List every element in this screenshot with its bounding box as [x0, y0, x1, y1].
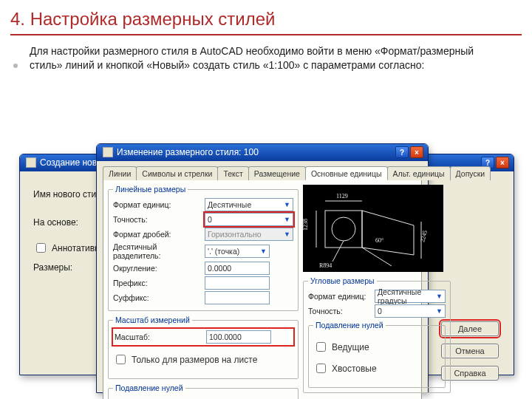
- paper-only-label: Только для размеров на листе: [132, 355, 257, 365]
- new-style-title: Создание ново: [40, 157, 102, 168]
- round-label: Округление:: [113, 264, 200, 273]
- ang-precision-combo[interactable]: 0 ▼: [375, 304, 446, 318]
- modify-style-titlebar[interactable]: Изменение размерного стиля: 100 ? ×: [97, 144, 428, 161]
- scale-legend: Масштаб измерений: [113, 316, 192, 324]
- linear-dims-group: Линейные размеры Формат единиц: Десятичн…: [108, 185, 299, 311]
- ang-format-combo[interactable]: Десятичные градусы ▼: [375, 290, 446, 303]
- suffix-label: Суффикс:: [113, 293, 200, 302]
- unit-format-value: Десятичные: [208, 200, 251, 209]
- close-icon[interactable]: ×: [410, 146, 423, 158]
- tab-symbols[interactable]: Символы и стрелки: [136, 166, 218, 180]
- zero-suppress-legend: Подавление нулей: [113, 383, 185, 392]
- ang-precision-value: 0: [378, 307, 382, 316]
- angular-group: Угловые размеры Формат единиц: Десятичны…: [303, 276, 451, 393]
- unit-format-label: Формат единиц:: [113, 200, 200, 209]
- scale-group: Масштаб измерений Масштаб: 100.0000 Толь…: [108, 316, 299, 379]
- tab-text[interactable]: Текст: [217, 166, 248, 180]
- svg-line-5: [362, 248, 392, 266]
- app-icon: [26, 157, 36, 168]
- unit-format-combo[interactable]: Десятичные ▼: [205, 198, 293, 211]
- chevron-down-icon: ▼: [284, 216, 290, 223]
- round-input[interactable]: 0.0000: [205, 262, 270, 275]
- ang-zero-legend: Подавление нулей: [313, 321, 386, 330]
- scale-input[interactable]: 100.0000: [206, 330, 271, 344]
- chevron-down-icon: ▼: [436, 307, 443, 315]
- svg-rect-0: [325, 211, 362, 248]
- ang-format-label: Формат единиц:: [308, 292, 370, 301]
- modify-style-title: Изменение размерного стиля: 100: [117, 147, 259, 157]
- bullet-icon: [13, 64, 18, 68]
- annotative-checkbox[interactable]: [36, 243, 46, 253]
- slide-body-text: Для настройки размерного стиля в AutoCAD…: [0, 41, 532, 78]
- ang-trailing-checkbox[interactable]: [316, 364, 326, 373]
- tab-lines[interactable]: Линии: [103, 166, 137, 180]
- ang-precision-label: Точность:: [308, 307, 370, 316]
- angular-legend: Угловые размеры: [308, 276, 377, 285]
- ang-leading-checkbox[interactable]: [316, 342, 326, 352]
- title-underline: [10, 34, 522, 35]
- close-icon[interactable]: ×: [496, 157, 509, 168]
- prefix-input[interactable]: [205, 276, 270, 290]
- ang-leading-label: Ведущие: [332, 342, 369, 352]
- scale-label: Масштаб:: [115, 332, 202, 341]
- ang-zero-group: Подавление нулей Ведущие Хвостовые: [308, 321, 446, 388]
- zero-suppress-group: Подавление нулей Ведущие Хвостовые 0 фут…: [108, 383, 299, 399]
- svg-point-1: [332, 217, 355, 241]
- suffix-input[interactable]: [205, 291, 270, 304]
- dim-preview: 1129 1238 2245 60° R894: [303, 185, 443, 272]
- paper-only-checkbox[interactable]: [116, 355, 126, 364]
- decimal-sep-value: '.' (точка): [208, 247, 239, 256]
- tab-fit[interactable]: Размещение: [248, 166, 306, 180]
- svg-text:1238: 1238: [303, 219, 309, 231]
- tab-tolerances[interactable]: Допуски: [450, 166, 491, 180]
- decimal-sep-combo[interactable]: '.' (точка) ▼: [205, 245, 270, 258]
- svg-text:R894: R894: [319, 262, 332, 269]
- ang-format-value: Десятичные градусы: [378, 287, 436, 305]
- app-icon: [103, 147, 113, 157]
- decimal-sep-label: Десятичный разделитель:: [113, 242, 200, 260]
- precision-label: Точность:: [113, 215, 200, 224]
- precision-value: 0: [208, 215, 212, 224]
- tab-alt-units[interactable]: Альт. единицы: [387, 166, 451, 180]
- svg-text:60°: 60°: [375, 237, 383, 244]
- chevron-down-icon: ▼: [284, 231, 290, 238]
- fraction-format-label: Формат дробей:: [113, 230, 200, 239]
- modify-style-dialog: Изменение размерного стиля: 100 ? × Лини…: [96, 143, 429, 393]
- svg-text:1129: 1129: [336, 193, 348, 200]
- ang-trailing-label: Хвостовые: [332, 364, 377, 374]
- chevron-down-icon: ▼: [284, 201, 290, 208]
- precision-combo[interactable]: 0 ▼: [205, 213, 293, 226]
- chevron-down-icon: ▼: [436, 293, 443, 300]
- prefix-label: Префикс:: [113, 279, 200, 287]
- fraction-format-combo: Горизонтально ▼: [205, 228, 293, 241]
- svg-text:2245: 2245: [419, 230, 429, 243]
- fraction-format-value: Горизонтально: [208, 230, 262, 239]
- chevron-down-icon: ▼: [260, 248, 267, 255]
- help-icon[interactable]: ?: [395, 146, 409, 158]
- linear-dims-legend: Линейные размеры: [113, 185, 188, 194]
- tab-primary-units[interactable]: Основные единицы: [305, 166, 388, 180]
- tab-strip: Линии Символы и стрелки Текст Размещение…: [103, 166, 422, 180]
- slide-title: 4. Настройка размерных стилей: [0, 0, 532, 33]
- svg-line-6: [332, 241, 344, 262]
